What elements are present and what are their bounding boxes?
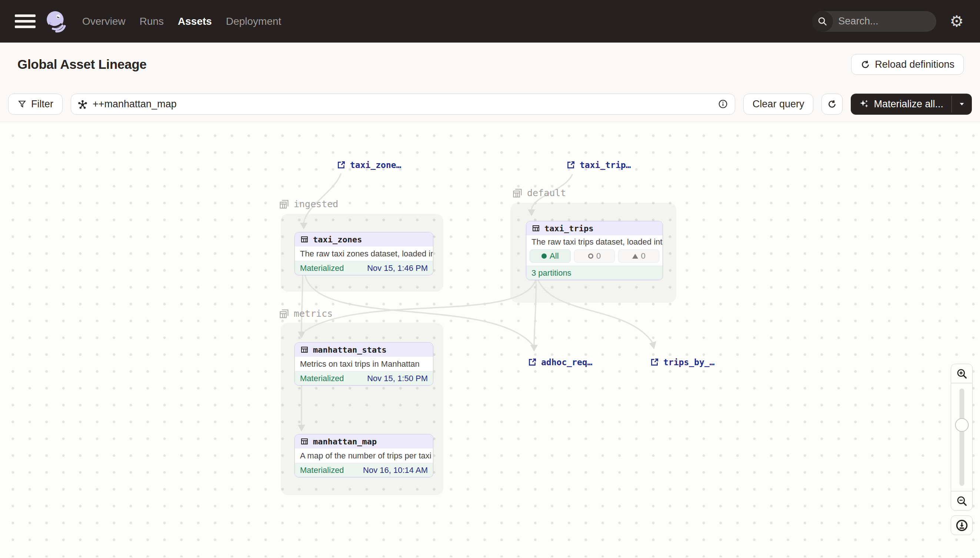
asset-description: A map of the number of trips per taxi z.… (295, 448, 433, 463)
dagster-logo-icon[interactable] (44, 9, 68, 34)
query-info-icon[interactable] (718, 99, 728, 109)
asset-title: manhattan_stats (313, 345, 387, 354)
asset-description: The raw taxi trips dataset, loaded into … (526, 235, 662, 249)
top-nav: Overview Runs Assets Deployment / ⚙ (0, 0, 980, 43)
zoom-out-icon (955, 495, 968, 507)
asset-description: Metrics on taxi trips in Manhattan (295, 357, 433, 371)
asset-node-taxi-zones[interactable]: taxi_zones The raw taxi zones dataset, l… (295, 232, 433, 275)
zoom-in-button[interactable] (951, 364, 973, 383)
nav-link-deployment[interactable]: Deployment (226, 16, 281, 27)
external-asset-trips-by[interactable]: trips_by_… (650, 358, 715, 367)
materialization-timestamp[interactable]: Nov 16, 10:14 AM (363, 466, 428, 475)
asset-title: manhattan_map (313, 437, 377, 446)
reload-definitions-button[interactable]: Reload definitions (851, 54, 964, 75)
materialization-timestamp[interactable]: Nov 15, 1:46 PM (367, 263, 428, 273)
filter-button[interactable]: Filter (8, 94, 63, 115)
external-asset-taxi-zone[interactable]: taxi_zone… (336, 160, 401, 170)
partitions-missing-pill[interactable]: 0 (574, 249, 615, 263)
nav-link-assets[interactable]: Assets (178, 16, 212, 27)
asset-query-field (71, 94, 735, 115)
external-link-icon (650, 358, 659, 367)
clear-query-button[interactable]: Clear query (743, 94, 814, 115)
partitions-success-pill[interactable]: All (530, 249, 571, 263)
refresh-icon (860, 59, 870, 70)
asset-description: The raw taxi zones dataset, loaded int..… (295, 246, 433, 261)
status-badge: Materialized (300, 374, 344, 383)
download-icon (955, 519, 968, 532)
asset-node-manhattan-stats[interactable]: manhattan_stats Metrics on taxi trips in… (295, 342, 433, 386)
lineage-canvas[interactable]: ingested default metrics taxi_zone… taxi… (0, 122, 980, 557)
zoom-slider[interactable] (951, 383, 973, 491)
nav-link-overview[interactable]: Overview (82, 16, 125, 27)
asset-group-icon (279, 199, 289, 209)
zoom-out-button[interactable] (951, 491, 973, 510)
filter-funnel-icon (17, 100, 27, 109)
external-asset-adhoc-request[interactable]: adhoc_req… (527, 358, 592, 367)
materialization-timestamp[interactable]: Nov 15, 1:50 PM (367, 374, 428, 383)
success-dot-icon (542, 253, 547, 259)
table-icon (532, 224, 540, 233)
zoom-slider-thumb[interactable] (955, 418, 968, 432)
external-link-icon (527, 358, 537, 367)
asset-graph-icon (77, 98, 88, 110)
partitions-failed-pill[interactable]: 0 (618, 249, 659, 263)
lineage-edges (0, 122, 980, 557)
materialize-all-button[interactable]: Materialize all... (851, 94, 952, 115)
refresh-icon (827, 99, 837, 109)
page-title: Global Asset Lineage (17, 57, 147, 72)
warning-triangle-icon (632, 254, 638, 259)
nav-links: Overview Runs Assets Deployment (82, 16, 281, 27)
table-icon (300, 345, 309, 354)
search-icon (812, 11, 833, 32)
nav-link-runs[interactable]: Runs (140, 16, 164, 27)
menu-icon[interactable] (15, 14, 36, 29)
group-label-ingested[interactable]: ingested (279, 199, 338, 209)
zoom-controls (951, 364, 973, 535)
external-link-icon (566, 160, 576, 170)
asset-title: taxi_zones (313, 235, 362, 244)
group-label-metrics[interactable]: metrics (279, 308, 333, 319)
sparkle-icon (859, 99, 869, 109)
asset-title: taxi_trips (544, 224, 593, 233)
asset-node-taxi-trips[interactable]: taxi_trips The raw taxi trips dataset, l… (526, 221, 663, 280)
asset-query-input[interactable] (92, 98, 713, 110)
table-icon (300, 437, 309, 446)
status-badge: Materialized (300, 263, 344, 273)
group-label-default[interactable]: default (512, 188, 566, 199)
zoom-in-icon (955, 368, 968, 380)
refresh-graph-button[interactable] (822, 94, 843, 115)
table-icon (300, 235, 309, 244)
asset-group-icon (279, 309, 289, 319)
global-search[interactable]: / (812, 11, 936, 32)
asset-group-icon (512, 188, 522, 199)
download-view-button[interactable] (951, 515, 973, 535)
settings-gear-icon[interactable]: ⚙ (950, 14, 964, 29)
page-header: Global Asset Lineage Reload definitions (0, 43, 980, 86)
chevron-down-icon (958, 100, 966, 108)
materialize-all-split-button: Materialize all... (851, 94, 972, 115)
partitions-summary[interactable]: 3 partitions (526, 266, 662, 280)
missing-ring-icon (588, 253, 593, 259)
lineage-toolbar: Filter Clear query Materialize all... (0, 86, 980, 122)
materialize-options-caret[interactable] (952, 94, 972, 115)
status-badge: Materialized (300, 466, 344, 475)
external-asset-taxi-trip[interactable]: taxi_trip… (566, 160, 631, 170)
asset-node-manhattan-map[interactable]: manhattan_map A map of the number of tri… (295, 434, 433, 478)
search-input[interactable] (833, 16, 936, 27)
external-link-icon (336, 160, 346, 170)
